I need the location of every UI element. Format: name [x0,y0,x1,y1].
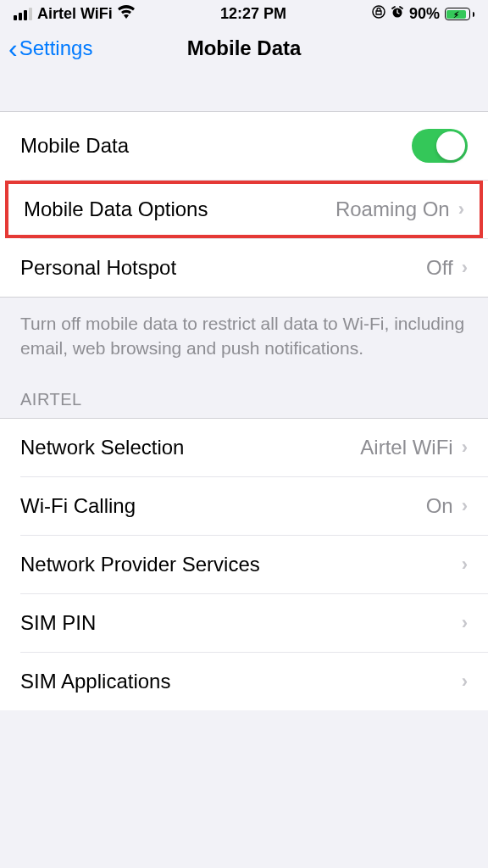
carrier-section: Network Selection Airtel WiFi › Wi-Fi Ca… [0,418,488,710]
signal-icon [14,8,32,20]
mobile-data-footer: Turn off mobile data to restrict all dat… [0,298,488,378]
mobile-data-options-row[interactable]: Mobile Data Options Roaming On › [5,181,483,238]
network-provider-services-row[interactable]: Network Provider Services › [0,536,488,593]
battery-percent: 90% [409,5,440,23]
status-time: 12:27 PM [220,5,286,23]
carrier-label: Airtel WiFi [37,5,113,23]
back-button[interactable]: ‹ Settings [8,35,92,62]
sim-pin-row[interactable]: SIM PIN › [0,594,488,652]
wifi-calling-value: On [426,494,453,518]
personal-hotspot-label: Personal Hotspot [20,256,176,280]
toggle-knob [436,131,465,160]
personal-hotspot-row[interactable]: Personal Hotspot Off › [0,239,488,297]
sim-applications-label: SIM Applications [20,670,170,693]
chevron-left-icon: ‹ [8,35,18,62]
sim-pin-label: SIM PIN [20,611,96,635]
sim-applications-row[interactable]: SIM Applications › [0,653,488,710]
status-bar: Airtel WiFi 12:27 PM 90% ⚡︎ [0,0,488,26]
mobile-data-row[interactable]: Mobile Data [0,112,488,180]
battery-icon: ⚡︎ [445,8,474,20]
status-right: 90% ⚡︎ [372,5,474,23]
network-selection-value: Airtel WiFi [360,436,452,459]
settings-group-1: Mobile Data Mobile Data Options Roaming … [0,111,488,297]
wifi-calling-label: Wi-Fi Calling [20,494,136,518]
chevron-right-icon: › [462,554,468,576]
nav-header: ‹ Settings Mobile Data [0,26,488,77]
chevron-right-icon: › [458,198,464,220]
mobile-data-toggle[interactable] [412,129,468,163]
network-provider-services-label: Network Provider Services [20,553,260,576]
status-left: Airtel WiFi [14,5,135,23]
mobile-data-options-value: Roaming On [336,198,450,221]
mobile-data-label: Mobile Data [20,134,129,158]
alarm-icon [391,5,404,23]
mobile-data-options-label: Mobile Data Options [24,198,208,221]
chevron-right-icon: › [462,612,468,634]
network-selection-label: Network Selection [20,436,184,459]
chevron-right-icon: › [462,257,468,279]
carrier-section-header: AIRTEL [0,378,488,418]
orientation-lock-icon [372,5,385,23]
back-label: Settings [19,36,93,60]
chevron-right-icon: › [462,437,468,459]
chevron-right-icon: › [462,495,468,517]
personal-hotspot-value: Off [426,256,453,280]
page-title: Mobile Data [187,36,302,60]
wifi-icon [118,5,135,23]
network-selection-row[interactable]: Network Selection Airtel WiFi › [0,419,488,476]
wifi-calling-row[interactable]: Wi-Fi Calling On › [0,477,488,535]
chevron-right-icon: › [462,670,468,693]
